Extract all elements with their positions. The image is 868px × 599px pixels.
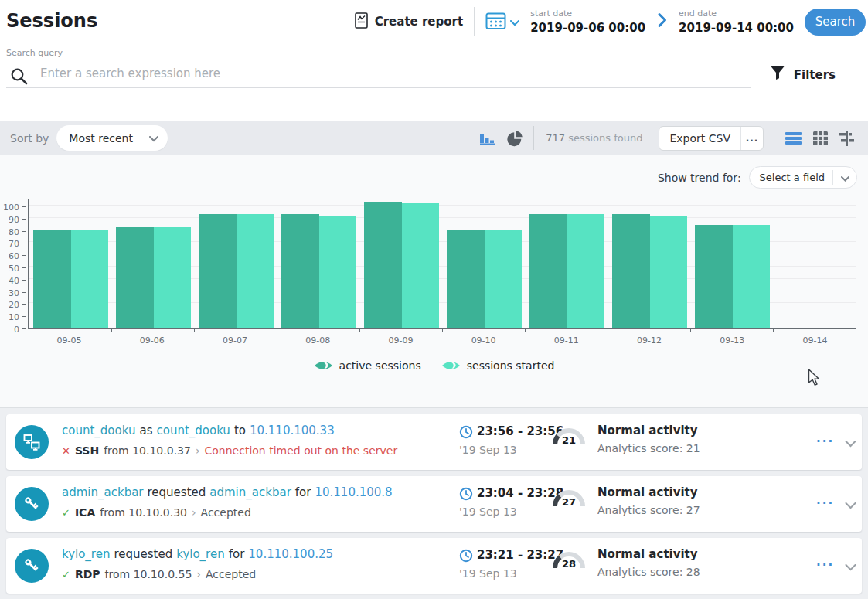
x-tick-mark <box>277 328 277 332</box>
session-account-link[interactable]: kylo_ren <box>176 547 224 561</box>
chevron-down-icon <box>149 131 158 145</box>
session-card[interactable]: admin_ackbarrequestedadmin_ackbarfor10.1… <box>6 476 862 532</box>
y-tick-label: 70 <box>9 239 19 249</box>
list-view-icon[interactable] <box>785 131 802 145</box>
flow-view-icon[interactable] <box>839 130 855 147</box>
activity-score: Analytics score: 27 <box>597 504 700 516</box>
session-verdict: Accepted <box>206 568 256 580</box>
chart-bar <box>116 227 153 328</box>
funnel-icon <box>770 66 785 83</box>
bar-group-09-11 <box>526 214 608 328</box>
chart-bar <box>319 216 356 328</box>
activity-block: Normal activity Analytics score: 27 <box>597 485 700 516</box>
legend-label: sessions started <box>467 359 555 372</box>
session-verdict: Accepted <box>201 506 251 519</box>
session-target-link[interactable]: 10.110.100.8 <box>315 485 392 499</box>
chart-plot <box>28 199 856 329</box>
bar-chart-view-icon[interactable] <box>479 131 496 146</box>
clock-icon <box>459 487 473 504</box>
sort-select[interactable]: Most recent <box>56 125 168 151</box>
end-date-label: end date <box>679 9 794 19</box>
session-user-link[interactable]: kylo_ren <box>62 547 110 561</box>
row-expand-chevron[interactable] <box>845 560 856 574</box>
y-tick-mark <box>22 316 26 317</box>
analytics-score-gauge: 27 <box>552 488 586 519</box>
legend-item-sessions-started[interactable]: sessions started <box>441 359 555 372</box>
analytics-score-gauge: 28 <box>552 550 586 580</box>
y-tick-label: 50 <box>9 264 19 274</box>
row-more-button[interactable]: ... <box>816 431 834 445</box>
bar-group-09-08 <box>277 214 360 328</box>
filters-button[interactable]: Filters <box>770 66 836 83</box>
legend-item-active-sessions[interactable]: active sessions <box>314 359 421 372</box>
y-tick-mark <box>22 255 26 256</box>
chart-bar <box>650 216 687 328</box>
export-more-button[interactable]: ... <box>741 127 763 150</box>
chart-bar <box>695 225 732 328</box>
session-user-link[interactable]: count_dooku <box>62 424 135 437</box>
x-tick-label: 09-11 <box>525 335 608 345</box>
session-card[interactable]: count_dookuascount_dookuto10.110.100.33 … <box>6 414 862 470</box>
remote-connection-icon <box>15 425 49 459</box>
legend-label: active sessions <box>339 359 421 372</box>
toolbar-divider <box>774 126 774 150</box>
session-card[interactable]: kylo_renrequestedkylo_renfor10.110.100.2… <box>6 538 862 594</box>
search-button[interactable]: Search <box>805 9 866 36</box>
y-tick-label: 20 <box>9 300 19 310</box>
session-target-link[interactable]: 10.110.100.25 <box>248 547 333 561</box>
session-summary: count_dookuascount_dookuto10.110.100.33 <box>62 424 339 437</box>
session-details: ✕SSHfrom 10.10.0.37›Connection timed out… <box>62 444 402 457</box>
y-tick-mark <box>22 328 26 329</box>
y-tick-mark <box>22 280 26 281</box>
score-value: 21 <box>552 434 586 446</box>
y-tick-label: 30 <box>9 288 19 298</box>
status-icon: ✓ <box>62 507 70 519</box>
pie-chart-view-icon[interactable] <box>506 130 523 147</box>
create-report-label: Create report <box>375 15 463 29</box>
end-date-field[interactable]: end date 2019-09-14 00:00 <box>679 9 794 35</box>
table-view-icon[interactable] <box>812 131 829 146</box>
session-account-link[interactable]: count_dooku <box>156 424 230 437</box>
show-trend-label: Show trend for: <box>658 172 741 184</box>
chart-y-axis: 0102030405060708090100 <box>0 199 26 329</box>
create-report-button[interactable]: Create report <box>355 12 463 32</box>
y-tick-mark <box>22 304 26 305</box>
row-more-button[interactable]: ... <box>816 555 834 569</box>
start-date-label: start date <box>530 9 645 19</box>
x-tick-mark <box>442 328 443 332</box>
y-tick-label: 100 <box>3 203 19 213</box>
session-time-range: 23:56 - 23:56 <box>477 424 563 438</box>
row-expand-chevron[interactable] <box>845 498 856 512</box>
key-icon <box>15 549 49 583</box>
session-account-link[interactable]: admin_ackbar <box>209 485 291 499</box>
row-expand-chevron[interactable] <box>845 436 856 451</box>
clock-icon <box>459 425 473 442</box>
activity-score: Analytics score: 28 <box>597 566 700 578</box>
bar-group-09-10 <box>443 230 526 328</box>
arrow-separator: › <box>196 568 201 580</box>
session-details: ✓ICAfrom 10.10.0.30›Accepted <box>62 506 256 519</box>
y-tick-mark <box>22 243 26 243</box>
bar-group-09-13 <box>691 225 774 328</box>
chart-legend: active sessions sessions started <box>0 359 868 372</box>
session-user-link[interactable]: admin_ackbar <box>62 485 144 499</box>
calendar-icon <box>485 11 506 33</box>
x-tick-mark <box>359 328 360 332</box>
search-input[interactable] <box>40 66 720 80</box>
x-tick-mark <box>856 328 856 332</box>
y-tick-mark <box>22 206 26 207</box>
y-tick-mark <box>22 231 26 232</box>
export-csv-button[interactable]: Export CSV <box>659 127 740 150</box>
y-tick-label: 10 <box>9 312 19 322</box>
chart-bar <box>199 214 236 328</box>
row-more-button[interactable]: ... <box>816 493 834 507</box>
x-tick-mark <box>773 328 774 332</box>
arrow-separator: › <box>196 444 200 457</box>
y-tick-mark <box>22 267 26 268</box>
calendar-picker-button[interactable] <box>485 11 519 33</box>
x-tick-label: 09-14 <box>774 335 856 345</box>
trend-field-select[interactable]: Select a field <box>749 166 857 189</box>
chevron-down-icon <box>841 170 849 185</box>
start-date-field[interactable]: start date 2019-09-06 00:00 <box>530 9 645 35</box>
session-target-link[interactable]: 10.110.100.33 <box>250 424 335 437</box>
